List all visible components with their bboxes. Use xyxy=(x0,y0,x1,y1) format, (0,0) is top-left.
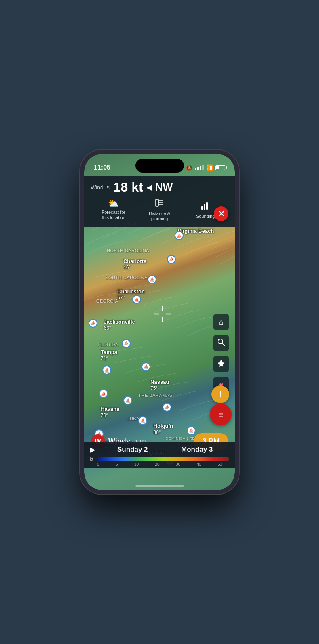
svg-rect-11 xyxy=(209,205,209,210)
svg-line-13 xyxy=(222,343,225,346)
signal-bar-1 xyxy=(195,168,196,170)
phone-inner: Virginia Beach 3° Charlotte 46° Charlest… xyxy=(84,154,235,490)
signal-bar-4 xyxy=(202,165,204,170)
play-button[interactable]: ▶ xyxy=(90,445,95,454)
close-icon: ✕ xyxy=(218,209,225,219)
status-icons: 🔕 📶 xyxy=(186,164,225,171)
pin-icon xyxy=(217,359,225,369)
sounding-label: Sounding xyxy=(196,214,215,219)
wind-dir-arrow: ◀ xyxy=(146,183,152,192)
home-indicator xyxy=(135,485,184,487)
boat-6[interactable]: ⛵ xyxy=(122,339,131,348)
scale-labels: 0 5 10 20 30 40 60 xyxy=(84,461,235,467)
city-tampa[interactable]: Tampa 71° xyxy=(101,349,117,361)
boat-1[interactable]: ⛵ xyxy=(175,231,184,240)
timeline-days: ▶ Sunday 2 Monday 3 xyxy=(84,445,235,454)
crosshair xyxy=(154,306,171,324)
boat-3[interactable]: ⛵ xyxy=(148,275,156,284)
sunday-label: Sunday 2 xyxy=(100,446,165,454)
alert-fab[interactable]: ! xyxy=(211,385,229,403)
forecast-icon: ⛅ xyxy=(108,199,119,208)
distance-icon xyxy=(154,198,164,209)
alert-icon: ! xyxy=(219,389,222,400)
signal-bar-3 xyxy=(200,166,201,170)
home-icon: ⌂ xyxy=(219,318,224,327)
forecast-label: Forecast forthis location xyxy=(101,210,125,220)
scale-bar xyxy=(97,457,229,461)
city-charlotte[interactable]: Charlotte 46° xyxy=(123,258,146,270)
wind-label: Wind xyxy=(91,184,104,191)
boat-10[interactable]: ⛵ xyxy=(123,396,132,405)
state-georgia: GEORGIA xyxy=(96,299,118,303)
wind-scale: kt xyxy=(84,457,235,461)
menu-icon: ≡ xyxy=(219,410,223,419)
state-south-carolina: SOUTH CAROLINA xyxy=(105,275,148,280)
city-nassau[interactable]: Nassau 75° xyxy=(150,379,169,391)
scale-unit: kt xyxy=(90,457,97,461)
boat-7[interactable]: ⛵ xyxy=(102,366,111,375)
scale-60: 60 xyxy=(218,462,222,467)
state-florida: FLORIDA xyxy=(98,342,118,347)
wifi-icon: 📶 xyxy=(206,164,213,171)
state-cuba: CUBA xyxy=(126,416,139,421)
scale-40: 40 xyxy=(196,462,201,467)
home-button[interactable]: ⌂ xyxy=(213,314,229,330)
wind-speed: 18 kt xyxy=(114,180,143,195)
close-button[interactable]: ✕ xyxy=(214,206,228,221)
signal-bar-2 xyxy=(197,167,199,170)
monday-label: Monday 3 xyxy=(165,446,230,454)
scale-30: 30 xyxy=(176,462,180,467)
sounding-icon xyxy=(201,201,210,212)
city-jacksonville[interactable]: Jacksonville 66° xyxy=(104,319,135,331)
header-bar: Wind ≈ 18 kt ◀ NW ⛅ Forecast forthis loc… xyxy=(84,176,235,227)
signal-bars xyxy=(195,165,204,170)
nav-buttons: ⛅ Forecast forthis location Distance &pl… xyxy=(91,198,228,221)
phone-frame: Virginia Beach 3° Charlotte 46° Charlest… xyxy=(80,150,239,494)
scale-0: 0 xyxy=(97,462,99,467)
distance-planning-btn[interactable]: Distance &planning xyxy=(143,198,175,221)
dynamic-island xyxy=(135,159,184,173)
search-icon xyxy=(217,338,225,348)
wind-streaks-icon: ≈ xyxy=(107,184,110,191)
state-bahamas: THE BAHAMAS xyxy=(138,393,172,398)
right-controls: ⌂ ♥ xyxy=(213,314,229,393)
battery xyxy=(215,165,225,170)
timeline: ▶ Sunday 2 Monday 3 kt 0 5 10 20 30 40 6… xyxy=(84,442,235,468)
svg-rect-4 xyxy=(156,199,158,206)
forecast-btn[interactable]: ⛅ Forecast forthis location xyxy=(97,199,130,220)
wind-direction: NW xyxy=(155,181,173,194)
state-north-carolina: NORTH CAROLINA xyxy=(107,248,149,253)
svg-rect-10 xyxy=(206,202,208,210)
scale-10: 10 xyxy=(134,462,139,467)
svg-rect-9 xyxy=(204,204,205,210)
mute-icon: 🔕 xyxy=(186,165,192,171)
distance-label: Distance &planning xyxy=(149,211,170,221)
boat-5[interactable]: ⛵ xyxy=(89,319,97,328)
battery-fill xyxy=(216,166,219,169)
scale-20: 20 xyxy=(155,462,159,467)
boat-2[interactable]: ⛵ xyxy=(167,255,176,264)
search-button[interactable] xyxy=(213,335,229,351)
boat-11[interactable]: ⛵ xyxy=(163,403,171,412)
svg-rect-8 xyxy=(201,206,203,210)
menu-fab[interactable]: ≡ xyxy=(210,404,232,425)
pin-button[interactable] xyxy=(213,356,229,372)
wind-info: Wind ≈ 18 kt ◀ NW xyxy=(91,180,228,195)
city-havana[interactable]: Havana 73° xyxy=(101,406,119,418)
svg-point-12 xyxy=(218,339,223,344)
boat-8[interactable]: ⛵ xyxy=(142,362,150,371)
scale-5: 5 xyxy=(116,462,118,467)
status-time: 11:05 xyxy=(94,164,110,171)
